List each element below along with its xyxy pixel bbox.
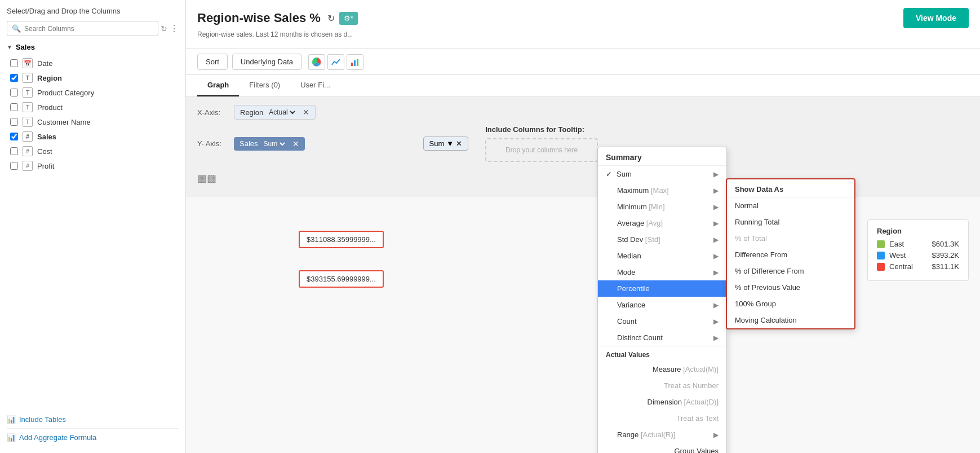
product-category-checkbox[interactable]: [10, 89, 18, 96]
sum-checkmark: ✓: [606, 170, 612, 178]
legend-label-east: East: [889, 240, 928, 248]
column-label: Product: [37, 103, 63, 112]
more-options-icon[interactable]: ⋮: [170, 23, 179, 34]
product-checkbox[interactable]: [10, 103, 18, 111]
value-box-1: $311088.35999999...: [299, 231, 384, 248]
include-tables-label: Include Tables: [19, 415, 66, 424]
legend-panel: Region East $601.3K West $393.2K Central…: [867, 219, 969, 281]
axis-section: X-Axis: Region Actual ✕ Y- Axis: Sales S…: [186, 97, 980, 197]
refresh-icon[interactable]: ↻: [327, 13, 335, 24]
y-axis-label: Y- Axis:: [197, 139, 228, 148]
list-item: T Product: [7, 100, 179, 115]
menu-item-count[interactable]: Count ▶: [598, 313, 726, 329]
sales-section-header[interactable]: ▼ Sales: [7, 43, 179, 51]
search-input[interactable]: [24, 25, 153, 33]
menu-item-distinct-count[interactable]: Distinct Count ▶: [598, 329, 726, 346]
tab-user-filters[interactable]: User Fi...: [290, 75, 340, 96]
main-content: Region-wise Sales % ↻ ⚙* View Mode Regio…: [186, 0, 980, 453]
bar-chart-icon[interactable]: [347, 54, 363, 70]
add-formula-link[interactable]: 📊 Add Aggregate Formula: [7, 428, 179, 446]
tooltip-title: Include Columns for Tooltip:: [485, 125, 598, 134]
svg-rect-1: [351, 63, 353, 66]
actual-values-header: Actual Values: [598, 346, 726, 361]
value1-text: $311088.35999999...: [307, 235, 376, 244]
show-data-item-100pct[interactable]: 100% Group: [727, 296, 854, 312]
include-tables-link[interactable]: 📊 Include Tables: [7, 408, 179, 424]
menu-item-treat-as-text: Treat as Text: [598, 410, 726, 426]
y-axis-field-pill[interactable]: Sales Sum ✕: [234, 137, 305, 151]
legend-color-west: [877, 252, 885, 260]
menu-item-measure[interactable]: Measure [Actual(M)]: [598, 361, 726, 377]
view-mode-button[interactable]: View Mode: [903, 8, 969, 28]
show-data-item-difference-from[interactable]: Difference From: [727, 247, 854, 263]
menu-item-average[interactable]: Average [Avg] ▶: [598, 215, 726, 231]
text-icon: T: [23, 102, 33, 112]
menu-item-percentile[interactable]: Percentile: [598, 280, 726, 297]
tab-graph[interactable]: Graph: [197, 75, 239, 96]
tooltip-area: Include Columns for Tooltip: Drop your c…: [485, 125, 598, 162]
show-data-item-running-total[interactable]: Running Total: [727, 214, 854, 230]
legend-title: Region: [877, 227, 959, 235]
title-row: Region-wise Sales % ↻ ⚙* View Mode: [197, 8, 969, 28]
y-type-select[interactable]: Sum: [261, 139, 287, 148]
number-icon: #: [23, 131, 33, 142]
text-icon: T: [23, 73, 33, 83]
arrow-icon: ▶: [713, 318, 719, 326]
show-data-dropdown: Show Data As Normal Running Total % of T…: [726, 178, 855, 329]
tooltip-drop-zone[interactable]: Drop your columns here: [485, 138, 598, 162]
x-type-select[interactable]: Actual: [267, 108, 297, 117]
y-axis-close-btn[interactable]: ✕: [292, 139, 299, 148]
arrow-icon: ▶: [713, 219, 719, 227]
table-icon: 📊: [7, 415, 16, 424]
menu-item-std-dev[interactable]: Std Dev [Std] ▶: [598, 231, 726, 248]
chart-settings-icon[interactable]: ⚙*: [339, 12, 358, 25]
sum-pill[interactable]: Sum ▼ ✕: [423, 137, 469, 151]
sort-button[interactable]: Sort: [197, 54, 228, 70]
show-data-item-pct-difference[interactable]: % of Difference From: [727, 263, 854, 279]
list-item: # Profit: [7, 159, 179, 173]
menu-item-variance[interactable]: Variance ▶: [598, 297, 726, 313]
toolbar-row: Sort Underlying Data: [186, 49, 980, 75]
column-label: Sales: [37, 133, 56, 141]
x-axis-close-btn[interactable]: ✕: [303, 108, 309, 117]
menu-label-treat-as-number: Treat as Number: [664, 381, 719, 390]
region-checkbox[interactable]: [10, 74, 18, 82]
menu-item-mode[interactable]: Mode ▶: [598, 264, 726, 280]
line-chart-icon[interactable]: [327, 54, 344, 70]
menu-label-group-values: Group Values: [674, 447, 719, 453]
list-item: T Customer Name: [7, 115, 179, 129]
sales-checkbox[interactable]: [10, 133, 18, 140]
legend-label-west: West: [889, 251, 928, 260]
cost-checkbox[interactable]: [10, 147, 18, 155]
menu-item-maximum[interactable]: Maximum [Max] ▶: [598, 182, 726, 199]
svg-rect-2: [354, 60, 356, 66]
show-data-item-moving-calc[interactable]: Moving Calculation: [727, 312, 854, 328]
legend-value-central: $311.1K: [932, 262, 959, 271]
pie-chart-icon[interactable]: [308, 54, 325, 70]
summary-dropdown: Summary ✓ Sum ▶ Maximum [Max] ▶ Minimum …: [597, 147, 727, 453]
refresh-icon[interactable]: ↻: [161, 24, 167, 33]
customer-name-checkbox[interactable]: [10, 118, 18, 126]
x-axis-field-pill[interactable]: Region Actual ✕: [234, 105, 316, 120]
menu-item-group-values[interactable]: Group Values: [598, 443, 726, 453]
menu-item-range[interactable]: Range [Actual(R)] ▶: [598, 426, 726, 443]
menu-item-treat-as-number: Treat as Number: [598, 377, 726, 394]
underlying-data-button[interactable]: Underlying Data: [232, 54, 301, 70]
menu-item-sum[interactable]: ✓ Sum ▶: [598, 166, 726, 182]
profit-checkbox[interactable]: [10, 162, 18, 170]
menu-label-maximum: Maximum [Max]: [617, 186, 713, 195]
show-data-item-pct-previous[interactable]: % of Previous Value: [727, 279, 854, 296]
legend-item-west: West $393.2K: [877, 251, 959, 260]
chart-type-icons: [308, 54, 363, 70]
menu-item-minimum[interactable]: Minimum [Min] ▶: [598, 199, 726, 215]
menu-item-dimension[interactable]: Dimension [Actual(D)]: [598, 394, 726, 410]
show-data-item-normal[interactable]: Normal: [727, 197, 854, 214]
arrow-icon: ▶: [713, 203, 719, 211]
date-checkbox[interactable]: [10, 59, 18, 67]
menu-label-average: Average [Avg]: [617, 219, 713, 227]
menu-item-median[interactable]: Median ▶: [598, 248, 726, 264]
sum-close[interactable]: ✕: [456, 139, 462, 148]
tab-filters[interactable]: Filters (0): [239, 75, 290, 96]
menu-label-measure: Measure [Actual(M)]: [653, 365, 719, 373]
value2-text: $393155.69999999...: [307, 275, 376, 283]
